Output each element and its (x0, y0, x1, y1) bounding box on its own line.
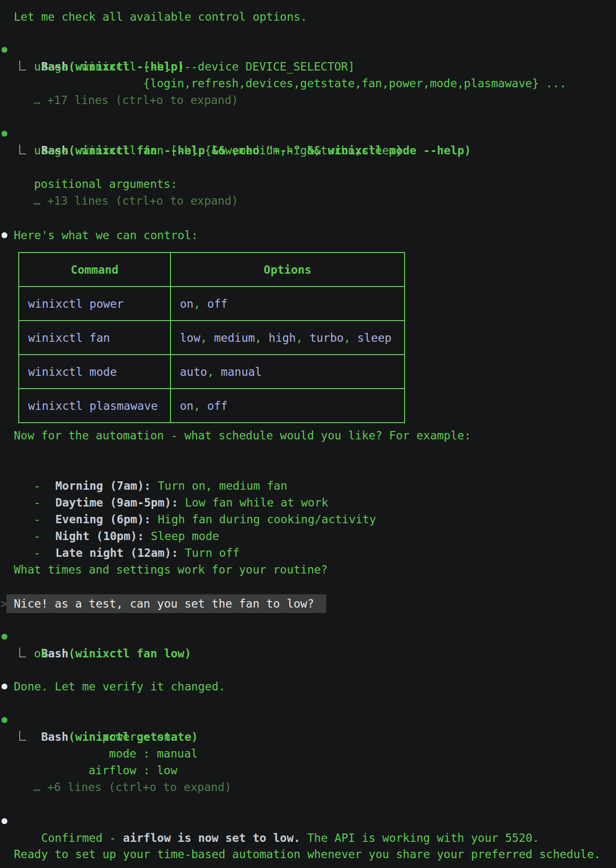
tool-output-line: ok (34, 645, 48, 662)
assistant-control-heading: Here's what we can control: (14, 227, 198, 244)
expand-hint[interactable]: … +17 lines (ctrl+o to expand) (34, 92, 238, 108)
output-connector-icon (19, 145, 26, 154)
tool-bullet-icon (1, 131, 7, 137)
routine-question: What times and settings work for your ro… (14, 561, 328, 578)
table-row: winixctl fan low, medium, high, turbo, s… (19, 321, 405, 355)
bash-tool-call-2: Bash(winixctl fan --help && echo "---" &… (14, 125, 471, 142)
schedule-list-item: -Daytime (9am-5pm):Low fan while at work (6, 477, 328, 494)
list-item-label: Late night (12am): (55, 546, 178, 559)
tool-bullet-icon (1, 717, 7, 723)
table-row: winixctl power on, off (19, 287, 405, 321)
output-connector-icon (19, 648, 26, 657)
done-message: Done. Let me verify it changed. (14, 678, 225, 695)
option-value: low (180, 331, 201, 344)
message-bullet-icon (1, 232, 7, 238)
option-separator: , (207, 365, 221, 378)
confirmed-prefix: Confirmed - (41, 832, 123, 844)
table-row: winixctl mode auto, manual (19, 355, 405, 389)
expand-hint[interactable]: … +6 lines (ctrl+o to expand) (34, 779, 232, 796)
tool-output-line: usage: winixctl fan [-h] {low,medium,hig… (34, 142, 403, 159)
tool-output-line: power : on (34, 728, 171, 745)
option-value: manual (221, 365, 262, 378)
bash-tool-call-3: Bash(winixctl fan low) (14, 628, 191, 645)
tool-output-line: usage: winixctl [-h] [--device DEVICE_SE… (34, 58, 355, 75)
option-separator: , (343, 331, 357, 344)
table-header-options: Options (171, 253, 405, 287)
ready-message: Ready to set up your time-based automati… (14, 846, 601, 863)
command-cell: winixctl mode (28, 365, 117, 378)
bash-tool-call-4: Bash(winixctl getstate) (14, 712, 198, 728)
option-separator: , (194, 399, 207, 412)
table-header-command: Command (19, 253, 171, 287)
output-connector-icon (19, 731, 26, 741)
user-message-row[interactable]: > Nice! as a test, can you set the fan t… (0, 594, 616, 613)
output-connector-icon (19, 61, 26, 71)
option-value: high (269, 331, 296, 344)
tool-command: (winixctl fan low) (68, 647, 191, 660)
expand-hint[interactable]: … +13 lines (ctrl+o to expand) (34, 192, 238, 209)
tool-output-line: {login,refresh,devices,getstate,fan,powe… (34, 75, 566, 92)
command-cell: winixctl power (28, 297, 124, 310)
option-separator: , (255, 331, 269, 344)
confirmed-suffix: The API is working with your 5520. (301, 832, 540, 844)
option-value: sleep (357, 331, 391, 344)
user-message-text: Nice! as a test, can you set the fan to … (14, 594, 314, 613)
list-dash: - (34, 546, 40, 559)
list-item-desc: Turn off (185, 546, 240, 559)
automation-prompt: Now for the automation - what schedule w… (14, 427, 471, 444)
control-table: Command Options winixctl power on, off w… (18, 252, 405, 423)
tool-output-line: positional arguments: (34, 176, 177, 192)
option-value: on (180, 399, 194, 412)
confirmed-message: Confirmed - airflow is now set to low. T… (14, 813, 539, 830)
tool-bullet-icon (1, 634, 7, 640)
option-separator: , (201, 331, 214, 344)
schedule-list-item: -Late night (12am):Turn off (6, 528, 240, 544)
confirmed-bold: airflow is now set to low. (123, 832, 301, 844)
option-value: auto (180, 365, 207, 378)
option-separator: , (296, 331, 309, 344)
schedule-list-item: -Morning (7am):Turn on, medium fan (6, 461, 287, 477)
assistant-intro-message: Let me check all available control optio… (14, 8, 307, 25)
schedule-list-item: -Evening (6pm):High fan during cooking/a… (6, 494, 376, 511)
option-value: turbo (309, 331, 343, 344)
option-value: off (207, 297, 228, 310)
terminal-screen: Let me check all available control optio… (0, 0, 616, 868)
option-separator: , (194, 297, 207, 310)
command-cell: winixctl plasmawave (28, 399, 158, 412)
option-value: medium (214, 331, 255, 344)
option-value: off (207, 399, 228, 412)
table-header-row: Command Options (19, 253, 405, 287)
table-row: winixctl plasmawave on, off (19, 389, 405, 423)
option-value: on (180, 297, 194, 310)
schedule-list-item: -Night (10pm):Sleep mode (6, 511, 219, 528)
bash-tool-call-1: Bash(winixctl --help) (14, 41, 184, 58)
tool-bullet-icon (1, 47, 7, 53)
tool-output-line: mode : manual (34, 745, 198, 762)
message-bullet-icon (1, 684, 7, 689)
tool-output-line: airflow : low (34, 762, 177, 779)
command-cell: winixctl fan (28, 331, 110, 344)
message-bullet-icon (1, 818, 7, 824)
